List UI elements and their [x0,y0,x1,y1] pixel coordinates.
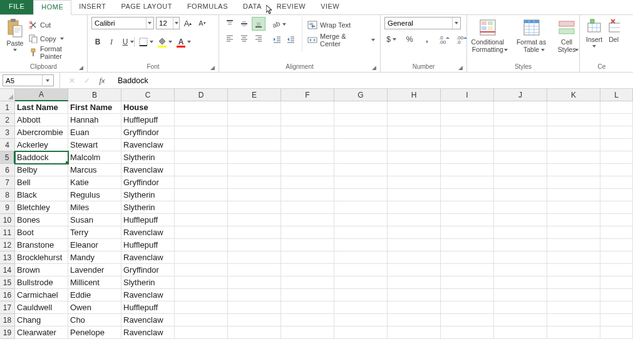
cell[interactable] [547,101,600,114]
cell[interactable] [228,201,281,214]
increase-font-button[interactable]: A▴ [182,17,194,29]
cell[interactable] [175,251,228,264]
row-header[interactable]: 16 [0,289,15,301]
row-header[interactable]: 15 [0,276,15,289]
cell[interactable] [547,151,600,164]
cell[interactable] [494,214,547,226]
cell[interactable] [281,251,334,264]
cell[interactable] [441,326,494,339]
cell[interactable] [600,176,633,189]
cell[interactable] [281,314,334,326]
cell[interactable] [388,226,441,239]
percent-button[interactable]: % [402,33,417,46]
cell[interactable] [281,151,334,164]
cell[interactable]: Eleanor [68,239,121,251]
cell[interactable] [228,151,281,164]
font-name-input[interactable] [92,19,146,27]
row-header[interactable]: 19 [0,326,15,339]
cell[interactable]: Miles [68,201,121,214]
cell-styles-button[interactable]: Cell Styles [551,17,582,54]
cell[interactable] [175,201,228,214]
cell[interactable]: Bullstrode [15,276,68,289]
cell[interactable] [547,164,600,176]
cell[interactable]: Hufflepuff [121,114,175,126]
cell[interactable] [494,276,547,289]
cell[interactable] [228,251,281,264]
italic-button[interactable]: I [105,36,118,48]
cell[interactable] [600,164,633,176]
cell[interactable] [388,151,441,164]
cell[interactable] [228,114,281,126]
cell[interactable] [547,301,600,314]
wrap-text-button[interactable]: ab Wrap Text [307,18,376,32]
cell[interactable]: Stewart [68,139,121,151]
insert-cells-button[interactable]: Insert [584,17,605,51]
cell[interactable]: Marcus [68,164,121,176]
cell[interactable] [334,314,388,326]
cell[interactable] [281,214,334,226]
column-header-B[interactable]: B [68,89,121,101]
cell[interactable]: Ravenclaw [121,326,175,339]
accounting-format-button[interactable]: $ [384,33,399,46]
cell[interactable]: Boot [15,226,68,239]
cell[interactable]: Bletchley [15,201,68,214]
cancel-formula-button[interactable]: ✕ [66,75,78,86]
cell[interactable] [441,289,494,301]
cell[interactable]: Hufflepuff [121,214,175,226]
cell[interactable]: Ravenclaw [121,289,175,301]
row-header[interactable]: 18 [0,314,15,326]
cell[interactable] [281,176,334,189]
cell[interactable]: Gryffindor [121,176,175,189]
bold-button[interactable]: B [91,36,104,48]
cell[interactable]: Terry [68,226,121,239]
cell[interactable] [334,301,388,314]
cell[interactable] [547,276,600,289]
cell[interactable] [334,176,388,189]
row-header[interactable]: 4 [0,139,15,151]
cell[interactable]: Gryffindor [121,126,175,139]
cell[interactable] [334,214,388,226]
cell[interactable] [281,276,334,289]
cell[interactable] [388,276,441,289]
cell[interactable] [600,126,633,139]
header-cell[interactable]: House [121,101,175,114]
cell[interactable] [228,314,281,326]
column-header-F[interactable]: F [281,89,334,101]
cell[interactable]: Bell [15,176,68,189]
tab-file[interactable]: FILE [0,0,33,14]
cell[interactable] [175,301,228,314]
header-cell[interactable]: First Name [68,101,121,114]
tab-view[interactable]: VIEW [313,0,347,14]
cell[interactable] [494,151,547,164]
cell[interactable] [600,251,633,264]
cell[interactable] [441,201,494,214]
cell[interactable] [441,276,494,289]
row-header[interactable]: 14 [0,264,15,276]
cell[interactable] [334,164,388,176]
align-bottom-button[interactable] [252,17,265,31]
cell[interactable]: Gryffindor [121,264,175,276]
cell[interactable] [388,114,441,126]
cell[interactable] [175,151,228,164]
select-all-button[interactable] [0,89,15,101]
tab-data[interactable]: DATA [235,0,269,14]
cell[interactable] [388,314,441,326]
cell[interactable]: Ravenclaw [121,164,175,176]
column-header-G[interactable]: G [334,89,388,101]
cell[interactable]: Penelope [68,326,121,339]
cell[interactable] [600,189,633,201]
comma-button[interactable]: , [419,33,435,46]
cell[interactable] [547,239,600,251]
cell[interactable]: Brocklehurst [15,251,68,264]
cell[interactable] [281,301,334,314]
cell[interactable] [547,176,600,189]
cell[interactable] [334,251,388,264]
cell[interactable] [175,189,228,201]
cell[interactable] [334,239,388,251]
underline-button[interactable]: U [119,36,131,48]
cell[interactable] [334,126,388,139]
row-header[interactable]: 1 [0,101,15,114]
row-header[interactable]: 11 [0,226,15,239]
font-color-button[interactable]: A [175,36,187,48]
cell[interactable] [547,226,600,239]
